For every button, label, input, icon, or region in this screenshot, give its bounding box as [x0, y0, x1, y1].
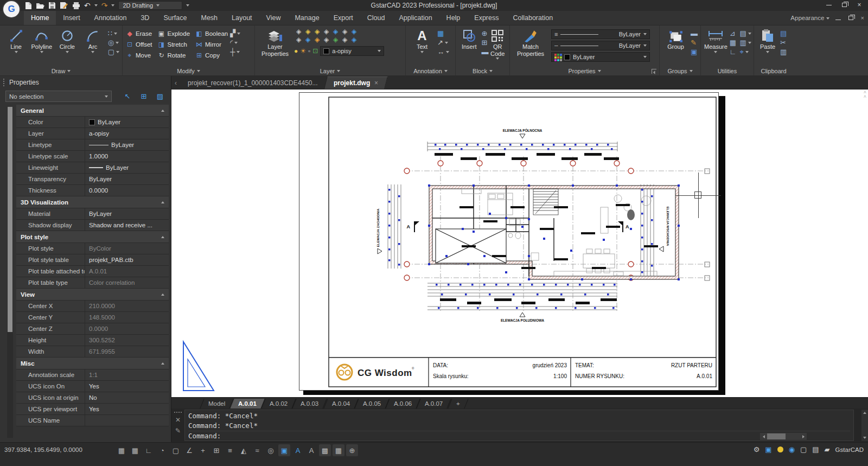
doc-tab-projekt[interactable]: projekt.dwg × [324, 76, 388, 89]
layer-tool-icon[interactable]: ◈ [322, 36, 331, 44]
layout-tab-a-0-04[interactable]: A.0.04 [323, 399, 359, 408]
menu-tab-cloud[interactable]: Cloud [360, 11, 392, 25]
ui-lock-icon[interactable]: ▣ [765, 445, 771, 454]
table-button[interactable]: ▦ [437, 30, 449, 37]
property-value[interactable]: ByLayer [85, 174, 169, 184]
insert-button[interactable]: Insert [459, 28, 479, 50]
ungroup-button[interactable]: ▬ [691, 30, 698, 37]
modify-offset-button[interactable]: ⊡Offset [126, 41, 152, 48]
annotation-visibility-icon[interactable]: ▣ [278, 444, 290, 456]
modify-rotate-button[interactable]: ↻Rotate [157, 52, 190, 59]
polyline-button[interactable]: Polyline [29, 28, 54, 53]
layer-tool-icon[interactable]: ◈ [303, 28, 312, 36]
id-point-button[interactable]: ⊿ [730, 30, 737, 37]
panel-label-draw[interactable]: Draw [0, 68, 122, 74]
text-button[interactable]: A Text [409, 28, 435, 53]
command-edit-icon[interactable]: ✎ [175, 427, 181, 435]
layer-tool-icon[interactable]: ◈ [349, 36, 359, 44]
lineweight-display-icon[interactable]: ◭ [238, 444, 250, 456]
layer-tool-icon[interactable]: ◈ [340, 28, 349, 36]
layer-tool-icon[interactable]: ◈ [312, 28, 322, 36]
quick-select-button[interactable]: ▨ [154, 91, 167, 102]
layout-tab-a-0-01[interactable]: A.0.01 [230, 399, 265, 408]
palette-scrollbar-thumb[interactable] [8, 107, 12, 332]
command-grip-icon[interactable] [174, 412, 182, 413]
rectangle-tools-button[interactable]: ▢ [108, 48, 119, 55]
restore-button[interactable] [837, 0, 852, 10]
chamfer-tools-button[interactable]: ◜ [230, 39, 240, 46]
autoscale-annotation-icon[interactable]: A [292, 444, 304, 456]
menu-tab-view[interactable]: View [259, 11, 288, 25]
polyline-edit-button[interactable]: ∟ [730, 48, 737, 55]
layer-tool-icon[interactable]: ◈ [312, 36, 322, 44]
palette-scrollbar[interactable] [7, 107, 13, 438]
property-value[interactable]: a-opisy [85, 128, 169, 139]
panel-label-groups[interactable]: Groups [660, 68, 700, 74]
point-tools-button[interactable]: ∷ [108, 30, 119, 37]
panel-label-properties[interactable]: Properties [510, 68, 659, 74]
list-button[interactable]: ▤ [740, 30, 751, 37]
array-tools-button[interactable]: ┼ [230, 48, 240, 55]
section-header-misc[interactable]: Misc [16, 358, 169, 369]
section-header-3d-visualization[interactable]: 3D Visualization [16, 196, 169, 208]
layer-tool-icon[interactable]: ◈ [331, 36, 340, 44]
property-value[interactable]: projekt_PAB.ctb [85, 254, 169, 265]
assistant-icon[interactable]: ◉ [789, 445, 795, 454]
layout-tab-a-0-03[interactable]: A.0.03 [292, 399, 328, 408]
close-button[interactable]: × [852, 0, 867, 10]
layer-tool-icon[interactable]: ◈ [294, 36, 303, 44]
linetype-combo[interactable]: ┄ ByLayer [551, 41, 650, 50]
attribute-button[interactable]: ⊕ [481, 30, 488, 37]
dynamic-input-icon[interactable]: ≡ [224, 444, 236, 456]
collapse-icon[interactable] [161, 110, 164, 112]
command-history[interactable]: Command: *Cancel*Command: *Cancel* Comma… [184, 410, 854, 441]
object-color-combo[interactable]: ByLayer [551, 52, 650, 62]
snap-mode-icon[interactable]: ▦ [129, 444, 141, 456]
layer-tool-icon[interactable]: ◈ [340, 36, 349, 44]
group-button[interactable]: Group [663, 28, 688, 50]
scroll-right-icon[interactable] [800, 433, 807, 440]
property-value[interactable]: ByLayer [85, 117, 169, 127]
layout-tab-[interactable]: + [448, 399, 468, 408]
annotation-scale-icon[interactable]: A [305, 444, 317, 456]
minimize-button[interactable] [821, 0, 837, 10]
layer-lock-icon[interactable]: ⊡ [312, 47, 318, 55]
palette-grip-icon[interactable] [3, 79, 5, 86]
property-value[interactable]: Shadow and receive ... [85, 220, 169, 231]
menu-tab-application[interactable]: Application [392, 11, 439, 25]
panel-label-clipboard[interactable]: Clipboard [754, 68, 793, 74]
command-prompt[interactable]: Command: [188, 431, 850, 441]
collapse-icon[interactable] [161, 236, 164, 238]
settings-gear-icon[interactable]: ⚙ [754, 445, 760, 454]
layer-tool-icon[interactable]: ◈ [294, 28, 303, 36]
modify-move-button[interactable]: ⌖Move [126, 52, 152, 59]
collapse-icon[interactable] [161, 201, 164, 203]
fillet-tools-button[interactable]: ▞ [230, 30, 240, 37]
arc-button[interactable]: Arc [80, 28, 106, 53]
property-value[interactable]: No [85, 392, 169, 403]
menu-tab-insert[interactable]: Insert [56, 11, 87, 25]
panel-label-annotation[interactable]: Annotation [406, 68, 455, 74]
property-value[interactable]: ByLayer [85, 139, 169, 150]
group-selection-button[interactable]: ▣ [691, 48, 698, 55]
polar-tracking-icon[interactable]: ◔ [156, 444, 168, 456]
menu-tab-home[interactable]: Home [24, 11, 56, 25]
set-base-point-button[interactable]: ▬ [481, 48, 488, 55]
leader-button[interactable]: ↗ [437, 39, 449, 46]
group-edit-button[interactable]: ✎ [691, 39, 698, 46]
scroll-left-icon[interactable] [760, 433, 767, 440]
modify-explode-button[interactable]: ▣Explode [157, 30, 190, 37]
quick-properties-icon[interactable]: ▦ [333, 444, 344, 456]
panel-label-modify[interactable]: Modify [123, 68, 254, 74]
appearance-button[interactable]: Appearance [790, 15, 829, 21]
property-value[interactable] [85, 415, 169, 426]
command-vscrollbar[interactable] [861, 410, 868, 441]
block-edit-button[interactable]: ⊞ [481, 39, 488, 46]
isolate-objects-icon[interactable]: ⊕ [346, 444, 358, 456]
collapse-icon[interactable] [161, 362, 164, 365]
grid-display-icon[interactable]: ▦ [116, 444, 127, 456]
property-value[interactable]: 1.0000 [85, 151, 169, 162]
panel-label-layer[interactable]: Layer [255, 68, 405, 74]
circle-button[interactable]: Circle [54, 28, 80, 53]
transparency-icon[interactable]: ≈ [251, 444, 263, 456]
